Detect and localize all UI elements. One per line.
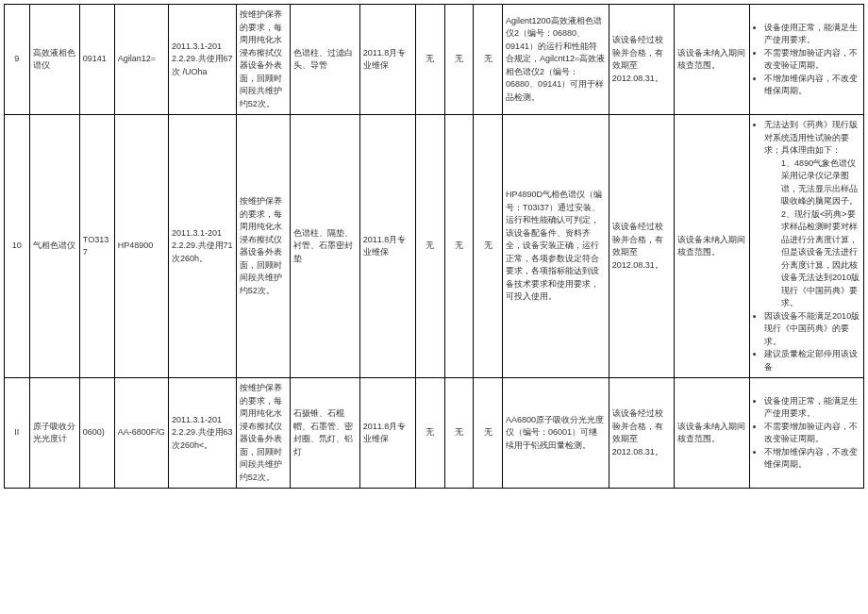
cell-model: HP48900: [114, 115, 168, 378]
cell-c10: 无: [474, 115, 503, 378]
cell-alt: Agilent1200高效液相色谱仪2（编号：06880、09141）的运行和性…: [503, 5, 609, 115]
table-row: 9 高效液相色谱仪 09141 Agilan12= 2011.3.1-201 2…: [5, 5, 864, 115]
cell-name: 原子吸收分光光度计: [29, 378, 79, 489]
cell-usage: 2011.3.1-201 2.2.29.共使用67次 /UOha: [168, 5, 236, 115]
cell-usage: 2011.3.1-201 2.2.29.共使用71次260h。: [168, 115, 236, 378]
concl-item: 因该设备不能满足2010版现行《中国药典》的要求。: [764, 310, 860, 349]
cell-svc: 2011.8月专业维保: [359, 5, 415, 115]
cell-alt: AA6800原子吸收分光光度仪（编号：06001）可继续用于铝残田量检测。: [503, 378, 609, 489]
cell-model: Agilan12=: [114, 5, 168, 115]
cell-c10: 无: [474, 378, 503, 489]
cell-parts: 色谱柱、隔垫、衬管、石墨密封垫: [290, 115, 359, 378]
concl-item: 不需要增加验证内容，不改变验证周期。: [764, 421, 860, 446]
concl-item: 设备使用正常，能满足生产使用要求。: [764, 22, 860, 47]
cell-cal: 该设备经过校验并合格，有效期至2012.08.31。: [609, 5, 675, 115]
concl-sub: 1、4890气象色谱仪采用记录仪记录图谱，无法显示出样品吸收峰的脑尾因子。: [781, 158, 860, 208]
cell-no: II: [5, 378, 30, 489]
concl-item: 无法达到《药典》现行版对系统适用性试验的要求；具体理由如下： 1、4890气象色…: [764, 119, 860, 310]
cell-svc: 2011.8月专业维保: [359, 115, 415, 378]
concl-intro: 无法达到《药典》现行版对系统适用性试验的要求；具体理由如下：: [764, 120, 858, 155]
cell-maint: 按维护保养的要求，每周用纯化水浸布擦拭仪器设备外表面，回顾时间段共维护约52次。: [236, 5, 290, 115]
cell-code: 0600): [79, 378, 114, 489]
cell-maint: 按维护保养的要求，每周用纯化水浸布擦拭仪器设备外表面，回顾时间段共维护约52次。: [236, 378, 290, 489]
cell-name: 高效液相色谱仪: [29, 5, 79, 115]
cell-no: 9: [5, 5, 30, 115]
cell-period: 该设备未纳入期间核查范围。: [675, 115, 750, 378]
cell-cal: 该设备经过校验并合格，有效期至 2012.08.31。: [609, 378, 675, 489]
cell-concl: 设备使用正常，能满足生产使用要求。 不需要增加验证内容，不改变验证周期。 不增加…: [750, 5, 864, 115]
cell-maint: 按维护保养的要求，每周用纯化水浸布擦拭仪器设备外表面，回顾时间段共维护约52次。: [236, 115, 290, 378]
concl-item: 不增加维保内容，不改变维保周期。: [764, 73, 860, 98]
cell-parts: 石摄锥、石棍帽、石墨管、密封圈、氘灯、铝灯: [290, 378, 359, 489]
table-row: II 原子吸收分光光度计 0600) AA-6800F/G 2011.3.1-2…: [5, 378, 864, 489]
cell-no: 10: [5, 115, 30, 378]
cell-code: 09141: [79, 5, 114, 115]
concl-item: 设备使用正常，能满足生产使用要求。: [764, 395, 860, 421]
table-row: 10 气相色谱仪 TO3137 HP48900 2011.3.1-201 2.2…: [5, 115, 864, 378]
cell-concl: 设备使用正常，能满足生产使用要求。 不需要增加验证内容，不改变验证周期。 不增加…: [750, 378, 864, 489]
cell-c8: 无: [415, 378, 444, 489]
cell-model: AA-6800F/G: [114, 378, 168, 489]
cell-c10: 无: [474, 5, 503, 115]
cell-usage: 2011.3.1-201 2.2.29.共使用63次260h<。: [168, 378, 236, 489]
cell-parts: 色谱柱、过滤白头、导管: [290, 5, 359, 115]
cell-c8: 无: [415, 5, 444, 115]
cell-cal: 该设备经过校验并合格，有效期至2012.08.31。: [609, 115, 675, 378]
cell-code: TO3137: [79, 115, 114, 378]
cell-c9: 无: [444, 115, 474, 378]
equipment-table: 9 高效液相色谱仪 09141 Agilan12= 2011.3.1-201 2…: [4, 4, 864, 489]
cell-c9: 无: [444, 5, 474, 115]
cell-period: 该设备未纳入期间核查范围。: [675, 5, 750, 115]
concl-sub: 2、现行版<药典>要求样品检测时要对样品进行分离度计算，但是该设备无法进行分离度…: [781, 208, 860, 310]
cell-svc: 2011.8月专业维保: [359, 378, 415, 489]
cell-concl: 无法达到《药典》现行版对系统适用性试验的要求；具体理由如下： 1、4890气象色…: [750, 115, 864, 378]
cell-period: 该设备未纳入期间核查范围。: [675, 378, 750, 489]
concl-item: 不增加维保内容，不改变维保周期。: [764, 446, 860, 472]
cell-c8: 无: [415, 115, 444, 378]
cell-c9: 无: [444, 378, 474, 489]
concl-item: 建议质量检定部停用该设备: [764, 348, 860, 373]
concl-item: 不需要增加验证内容，不改变验证周期。: [764, 47, 860, 73]
cell-alt: HP4890D气相色谱仪（编号：T03I37）通过安装、运行和性能确认可判定，该…: [503, 115, 609, 378]
cell-name: 气相色谱仪: [29, 115, 79, 378]
